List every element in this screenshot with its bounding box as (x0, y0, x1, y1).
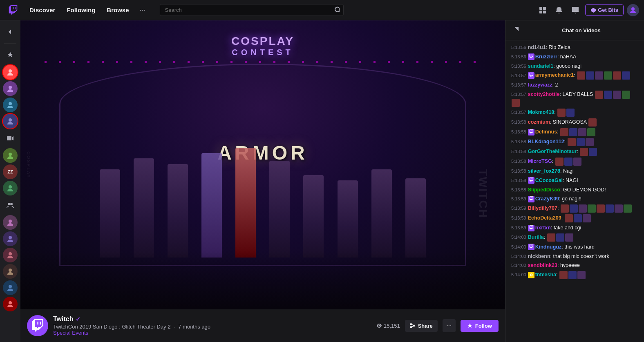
msg-content: : that big mic doesn't work (550, 253, 609, 259)
msg-time: 5:13:58 (511, 169, 526, 173)
sidebar-avatar-11[interactable] (3, 280, 18, 295)
chat-emote (568, 138, 576, 146)
chat-emote (568, 271, 577, 279)
msg-time: 5:13:58 (511, 159, 526, 164)
msg-username[interactable]: scotty2hottie (528, 91, 560, 97)
chat-emote (577, 271, 586, 279)
sidebar-video-icon[interactable] (2, 130, 18, 147)
following-nav[interactable]: Following (62, 4, 100, 16)
twitch-logo[interactable] (5, 2, 21, 18)
chat-emote (588, 204, 596, 213)
sidebar-avatar-9[interactable] (3, 248, 18, 262)
chat-emote (613, 91, 621, 99)
msg-username[interactable]: sendblink23 (528, 262, 557, 268)
msg-username[interactable]: nd14u1 (528, 44, 546, 50)
chat-message: 5:13:59 hxrtxn: fake and cgi (505, 223, 644, 233)
chat-emote (561, 204, 569, 213)
msg-username[interactable]: GorGorTheMinotaur (528, 149, 577, 154)
msg-username[interactable]: armymechanic1 (535, 73, 574, 78)
msg-time: 5:14:00 (511, 272, 526, 277)
messages-icon[interactable] (569, 4, 582, 17)
msg-username[interactable]: Kindnuguz (535, 244, 562, 250)
svg-point-8 (9, 102, 12, 105)
follow-button[interactable]: Follow (461, 320, 499, 332)
msg-username[interactable]: MicroTSG (528, 158, 552, 164)
audience (20, 251, 505, 309)
msg-username[interactable]: CCocoaGal (535, 178, 563, 183)
msg-username[interactable]: fazzywazz (528, 82, 552, 88)
msg-username[interactable]: EchoDelta209 (528, 215, 561, 221)
search-icon (333, 6, 340, 14)
msg-username[interactable]: Billydilly707 (528, 205, 557, 211)
chat-message: 5:13:58GorGorTheMinotaur: (505, 147, 644, 157)
msg-username[interactable]: tnteesha (535, 272, 556, 278)
sidebar-collapse-btn[interactable] (2, 24, 18, 40)
msg-time: 5:13:57 (511, 92, 526, 97)
chat-message: 5:13:58BLKdragon112: (505, 137, 644, 147)
sidebar-avatar-bottom[interactable] (3, 297, 18, 311)
get-bits-button[interactable]: Get Bits (585, 4, 624, 16)
msg-username[interactable]: BLKdragon112 (528, 139, 564, 144)
msg-time: 5:13:57 (511, 110, 526, 115)
svg-rect-0 (539, 7, 542, 10)
chat-emote (606, 204, 614, 213)
chat-emote (587, 128, 595, 136)
chat-message: 5:14:00⚙tnteesha: (505, 270, 644, 280)
msg-username[interactable]: Bruzzlerr (535, 54, 557, 60)
msg-username[interactable]: nickbenn (528, 253, 550, 259)
svg-marker-4 (591, 8, 596, 13)
chat-collapse-button[interactable] (511, 24, 521, 36)
channel-logo[interactable] (27, 315, 48, 336)
stream-manager-icon[interactable] (536, 4, 549, 17)
cosplayer-4 (201, 153, 222, 258)
more-nav[interactable]: ··· (136, 3, 150, 17)
msg-content: : Nagi (560, 168, 574, 174)
svg-point-9 (9, 118, 12, 122)
stream-category[interactable]: Special Events (53, 330, 371, 336)
search-input[interactable] (160, 4, 344, 16)
chat-emote (566, 109, 575, 117)
msg-username[interactable]: SlippedDisco (528, 187, 560, 193)
sidebar-friends-icon[interactable] (2, 197, 18, 213)
sidebar-avatar-7[interactable] (3, 215, 18, 230)
svg-point-18 (9, 252, 12, 255)
discover-nav[interactable]: Discover (25, 4, 60, 16)
notifications-icon[interactable] (552, 4, 566, 17)
sidebar-avatar-2[interactable] (3, 81, 18, 96)
msg-username[interactable]: Mokmo418 (528, 109, 555, 115)
sidebar-avatar-3[interactable] (3, 98, 18, 112)
sidebar-avatar-zz[interactable]: ZZ (3, 164, 18, 179)
sidebar-avatar-6[interactable] (3, 181, 18, 195)
sidebar-avatar-4[interactable] (3, 114, 18, 129)
msg-username[interactable]: Definnus (535, 129, 557, 135)
cosplayer-8 (338, 180, 358, 257)
sidebar-avatar-5[interactable] (3, 148, 18, 163)
cosplayers (93, 148, 432, 258)
msg-content: : (577, 149, 597, 154)
chat-emote (589, 148, 597, 156)
msg-username[interactable]: Burilla (528, 234, 544, 240)
browse-nav[interactable]: Browse (102, 4, 134, 16)
chat-messages[interactable]: 5:13:56nd14u1: Rip Zelda 5:13:56 Bruzzle… (505, 40, 644, 342)
channel-name[interactable]: Twitch (53, 315, 73, 323)
sidebar-avatar-10[interactable] (3, 264, 18, 279)
sidebar-following-icon[interactable] (2, 47, 18, 63)
more-options-button[interactable]: ··· (443, 319, 456, 332)
share-button[interactable]: Share (405, 320, 438, 332)
sidebar-avatar-1[interactable] (3, 65, 18, 80)
msg-time: 5:13:56 (511, 64, 526, 69)
msg-username[interactable]: silver_fox278 (528, 168, 560, 174)
msg-username[interactable]: cozmium (528, 119, 550, 125)
chat-message: 5:13:58cozmium: SINDRAGOSA (505, 118, 644, 127)
msg-username[interactable]: CraZyK09 (535, 196, 559, 202)
sidebar-avatar-8[interactable] (3, 231, 18, 246)
left-sidebar: ZZ (0, 20, 20, 342)
msg-username[interactable]: hxrtxn (535, 225, 551, 231)
video-player[interactable]: COSPLAY CONTEST ARMOR (20, 20, 505, 309)
chat-emote (583, 214, 591, 222)
chat-emote (595, 71, 603, 80)
user-avatar[interactable] (627, 4, 639, 16)
chat-emote (613, 71, 621, 80)
cosplayer-6 (269, 161, 290, 258)
msg-username[interactable]: sundariel1 (528, 63, 554, 69)
